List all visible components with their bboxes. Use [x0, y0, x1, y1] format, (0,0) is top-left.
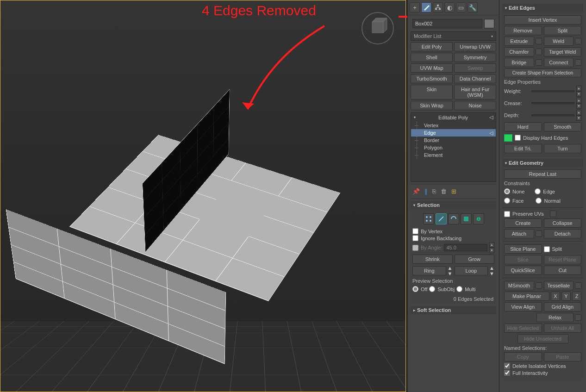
extrude-settings-icon[interactable]: [536, 38, 542, 44]
delete-isolated-check[interactable]: Delete Isolated Vertices: [504, 363, 581, 369]
object-color-swatch[interactable]: [484, 19, 494, 28]
mod-btn[interactable]: Data Channel: [454, 74, 496, 83]
mod-btn[interactable]: Sweep: [454, 63, 496, 73]
hierarchy-tab-icon[interactable]: [433, 2, 443, 12]
spinner-up-icon[interactable]: ▲: [576, 86, 581, 91]
edge-mode-icon[interactable]: [436, 213, 447, 224]
full-interactivity-check[interactable]: Full Interactivity: [504, 370, 581, 376]
modifier-list-dropdown[interactable]: Modifier List: [411, 31, 496, 41]
stack-element[interactable]: Element: [411, 151, 496, 159]
edit-geometry-rollout-header[interactable]: Edit Geometry: [502, 159, 583, 167]
ring-button[interactable]: Ring: [412, 266, 446, 275]
tessellate-button[interactable]: Tessellate: [544, 281, 574, 290]
collapse-button[interactable]: Collapse: [544, 218, 582, 228]
planar-y-button[interactable]: Y: [561, 292, 571, 301]
constraint-edge-radio[interactable]: Edge: [535, 188, 555, 194]
create-tab-icon[interactable]: +: [410, 2, 420, 12]
slice-plane-button[interactable]: Slice Plane: [504, 244, 542, 254]
mod-btn[interactable]: Hair and Fur (WSM): [454, 85, 496, 100]
spinner-up-icon[interactable]: ▲: [576, 98, 581, 103]
mod-btn[interactable]: Symmetry: [454, 53, 496, 62]
turn-button[interactable]: Turn: [544, 144, 582, 153]
tessellate-settings-icon[interactable]: [575, 282, 581, 289]
stack-root[interactable]: Editable Poly◁: [411, 113, 496, 122]
hide-selected-button[interactable]: Hide Selected: [504, 324, 542, 333]
display-tab-icon[interactable]: ▭: [456, 2, 466, 12]
preview-off-radio[interactable]: Off: [412, 286, 427, 292]
spinner-down-icon[interactable]: ▼: [489, 248, 494, 253]
preserve-uvs-settings-icon[interactable]: [550, 211, 556, 217]
object-name-field[interactable]: [412, 19, 482, 28]
quickslice-button[interactable]: QuickSlice: [504, 266, 542, 275]
by-angle-check[interactable]: By Angle:: [412, 245, 442, 251]
spinner-down-icon[interactable]: ▼: [448, 271, 453, 276]
modify-tab-icon[interactable]: [421, 2, 431, 12]
constraint-face-radio[interactable]: Face: [504, 198, 524, 204]
depth-field[interactable]: [531, 114, 574, 116]
mod-btn[interactable]: Shell: [411, 53, 453, 62]
split-button[interactable]: Split: [544, 26, 582, 35]
smooth-button[interactable]: Smooth: [544, 122, 582, 131]
reset-plane-button[interactable]: Reset Plane: [544, 255, 582, 264]
grid-align-button[interactable]: Grid Align: [544, 302, 582, 311]
mod-btn[interactable]: Edit Poly: [411, 42, 453, 51]
constraint-normal-radio[interactable]: Normal: [536, 198, 560, 204]
modifier-stack[interactable]: Editable Poly◁ Vertex Edge◁ Border Polyg…: [411, 112, 496, 182]
detach-button[interactable]: Detach: [544, 229, 582, 238]
preview-subobj-radio[interactable]: SubObj: [429, 286, 455, 292]
hide-unselected-button[interactable]: Hide Unselected: [517, 334, 568, 343]
selection-rollout-header[interactable]: Selection: [411, 201, 496, 209]
spinner-down-icon[interactable]: ▼: [576, 115, 581, 121]
preview-multi-radio[interactable]: Multi: [456, 286, 475, 292]
mod-btn[interactable]: TurboSmooth: [411, 74, 453, 83]
chamfer-settings-icon[interactable]: [536, 49, 542, 55]
paste-button[interactable]: Paste: [544, 352, 582, 361]
vertex-mode-icon[interactable]: [423, 213, 434, 224]
loop-button[interactable]: Loop: [455, 266, 488, 275]
weight-field[interactable]: [531, 90, 574, 92]
copy-button[interactable]: Copy: [504, 352, 542, 361]
crease-field[interactable]: [531, 102, 574, 104]
planar-z-button[interactable]: Z: [572, 292, 581, 301]
spinner-down-icon[interactable]: ▼: [576, 91, 581, 97]
create-shape-button[interactable]: Create Shape From Selection: [504, 68, 581, 77]
mod-btn[interactable]: Unwrap UVW: [454, 42, 496, 51]
spinner-up-icon[interactable]: ▲: [489, 265, 494, 271]
insert-vertex-button[interactable]: Insert Vertex: [504, 15, 581, 25]
stack-vertex[interactable]: Vertex: [411, 122, 496, 129]
hard-button[interactable]: Hard: [504, 122, 542, 131]
soft-selection-rollout-header[interactable]: Soft Selection: [411, 306, 496, 314]
spinner-up-icon[interactable]: ▲: [489, 242, 494, 248]
shrink-button[interactable]: Shrink: [412, 255, 453, 264]
connect-button[interactable]: Connect: [544, 58, 574, 67]
chamfer-button[interactable]: Chamfer: [504, 47, 534, 56]
view-align-button[interactable]: View Align: [504, 302, 542, 311]
unhide-all-button[interactable]: Unhide All: [544, 324, 582, 333]
weld-button[interactable]: Weld: [544, 37, 574, 46]
msmooth-settings-icon[interactable]: [536, 282, 542, 289]
stack-edge[interactable]: Edge◁: [411, 129, 496, 137]
mod-btn[interactable]: Noise: [454, 101, 496, 110]
connect-settings-icon[interactable]: [575, 59, 581, 66]
ignore-backfacing-check[interactable]: Ignore Backfacing: [412, 235, 494, 241]
show-end-result-icon[interactable]: ∥: [424, 188, 428, 195]
viewport[interactable]: 4 Edges Removed: [0, 0, 406, 392]
pin-icon[interactable]: 📌: [412, 188, 420, 195]
preserve-uvs-check[interactable]: Preserve UVs: [504, 211, 581, 217]
remove-button[interactable]: Remove: [504, 26, 542, 35]
attach-button[interactable]: Attach: [504, 229, 534, 238]
bridge-button[interactable]: Bridge: [504, 58, 534, 67]
display-hard-edges-check[interactable]: Display Hard Edges: [515, 135, 568, 141]
slice-button[interactable]: Slice: [504, 255, 542, 264]
grow-button[interactable]: Grow: [455, 255, 495, 264]
extrude-button[interactable]: Extrude: [504, 37, 534, 46]
border-mode-icon[interactable]: [448, 213, 459, 224]
spinner-up-icon[interactable]: ▲: [576, 110, 581, 115]
utilities-tab-icon[interactable]: 🔧: [468, 2, 478, 12]
mod-btn[interactable]: Skin: [411, 85, 453, 100]
mod-btn[interactable]: Skin Wrap: [411, 101, 453, 110]
relax-button[interactable]: Relax: [536, 313, 574, 322]
bridge-settings-icon[interactable]: [536, 59, 542, 66]
stack-polygon[interactable]: Polygon: [411, 144, 496, 151]
delete-icon[interactable]: 🗑: [441, 188, 447, 195]
